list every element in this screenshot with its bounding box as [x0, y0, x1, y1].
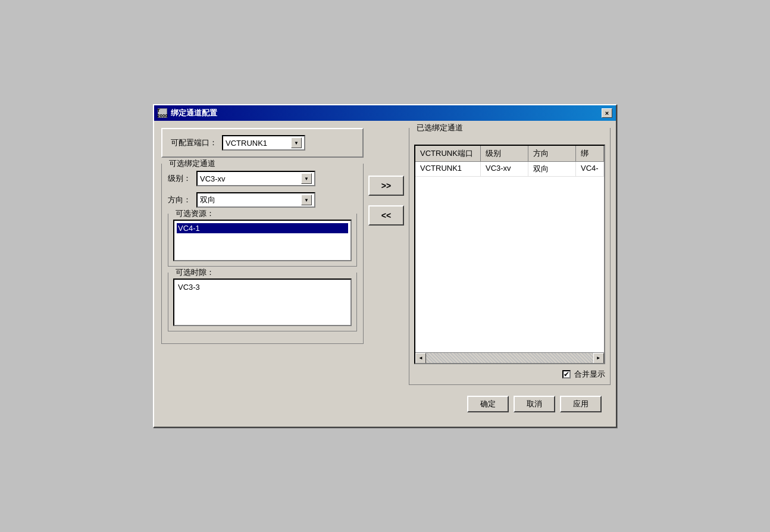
merge-checkbox[interactable]: ✔: [562, 370, 571, 378]
scroll-track[interactable]: [426, 353, 593, 363]
cancel-button[interactable]: 取消: [514, 396, 555, 412]
timeslot-listbox[interactable]: VC3-3: [173, 278, 352, 326]
table-body: VCTRUNK1 VC3-xv 双向 VC4-: [415, 162, 604, 352]
col-header-bind: 绑: [576, 146, 604, 161]
port-select-value: VCTRUNK1: [226, 139, 291, 148]
col-header-port: VCTRUNK端口: [415, 146, 481, 161]
col-header-direction: 方向: [528, 146, 576, 161]
resources-item-vc4-1[interactable]: VC4-1: [177, 223, 348, 233]
direction-select[interactable]: 双向 ▼: [196, 192, 315, 208]
table-header: VCTRUNK端口 级别 方向 绑: [415, 146, 604, 162]
port-label: 可配置端口：: [171, 137, 217, 148]
timeslot-item-vc3-3[interactable]: VC3-3: [177, 282, 348, 292]
bottom-buttons: 确定 取消 应用: [161, 391, 609, 420]
level-row: 级别： VC3-xv ▼: [168, 171, 357, 186]
selected-table: VCTRUNK端口 级别 方向 绑 VCTRUNK1 VC3-xv 双向 VC4…: [414, 145, 605, 364]
middle-column: >> <<: [368, 128, 404, 226]
cell-bind: VC4-: [576, 162, 604, 176]
port-row: 可配置端口： VCTRUNK1 ▼: [161, 128, 364, 158]
title-bar: T2000 绑定通道配置 ×: [154, 105, 616, 121]
window-title: 绑定通道配置: [171, 108, 217, 118]
level-label: 级别：: [168, 173, 192, 184]
direction-select-arrow[interactable]: ▼: [301, 195, 312, 205]
confirm-button[interactable]: 确定: [467, 396, 509, 412]
cell-level: VC3-xv: [481, 162, 528, 176]
resources-title: 可选资源：: [173, 208, 217, 219]
cell-direction: 双向: [528, 162, 576, 176]
add-button[interactable]: >>: [368, 176, 404, 196]
direction-row: 方向： 双向 ▼: [168, 192, 357, 208]
level-select[interactable]: VC3-xv ▼: [196, 171, 315, 186]
merge-label: 合并显示: [574, 369, 605, 380]
horizontal-scrollbar[interactable]: ◄ ►: [415, 352, 604, 363]
selectable-channel-title: 可选绑定通道: [167, 158, 218, 169]
already-selected-title: 已选绑定通道: [414, 123, 465, 133]
app-icon: T2000: [158, 108, 167, 118]
direction-select-value: 双向: [200, 195, 301, 205]
timeslot-subgroup: 可选时隙： VC3-3: [168, 273, 357, 331]
cell-port: VCTRUNK1: [415, 162, 481, 176]
apply-button[interactable]: 应用: [560, 396, 602, 412]
right-column: 已选绑定通道 VCTRUNK端口 级别 方向 绑 VCTRUNK1 VC3-xv: [409, 128, 611, 385]
selectable-channel-group: 可选绑定通道 级别： VC3-xv ▼ 方向： 双向: [161, 164, 364, 344]
scroll-left-button[interactable]: ◄: [415, 353, 426, 364]
table-row[interactable]: VCTRUNK1 VC3-xv 双向 VC4-: [415, 162, 604, 177]
resources-listbox[interactable]: VC4-1: [173, 220, 352, 261]
merge-checkbox-area: ✔: [562, 370, 571, 378]
remove-button[interactable]: <<: [368, 205, 404, 226]
main-layout: 可配置端口： VCTRUNK1 ▼ 可选绑定通道 级别： VC3-xv ▼: [161, 128, 609, 385]
window-content: 可配置端口： VCTRUNK1 ▼ 可选绑定通道 级别： VC3-xv ▼: [154, 121, 616, 427]
direction-label: 方向：: [168, 195, 192, 205]
level-select-arrow[interactable]: ▼: [301, 173, 312, 184]
title-bar-left: T2000 绑定通道配置: [158, 108, 217, 118]
timeslot-title: 可选时隙：: [173, 267, 217, 278]
scroll-right-button[interactable]: ►: [593, 353, 604, 364]
already-selected-group: 已选绑定通道 VCTRUNK端口 级别 方向 绑 VCTRUNK1 VC3-xv: [409, 128, 611, 385]
port-select[interactable]: VCTRUNK1 ▼: [222, 135, 305, 151]
port-select-arrow[interactable]: ▼: [291, 137, 302, 148]
col-header-level: 级别: [481, 146, 528, 161]
level-select-value: VC3-xv: [200, 174, 301, 183]
main-window: T2000 绑定通道配置 × 可配置端口： VCTRUNK1 ▼ 可选绑定通道: [153, 104, 617, 428]
close-button[interactable]: ×: [602, 108, 612, 118]
resources-subgroup: 可选资源： VC4-1: [168, 214, 357, 267]
left-column: 可配置端口： VCTRUNK1 ▼ 可选绑定通道 级别： VC3-xv ▼: [161, 128, 364, 344]
merge-row: ✔ 合并显示: [414, 369, 605, 380]
